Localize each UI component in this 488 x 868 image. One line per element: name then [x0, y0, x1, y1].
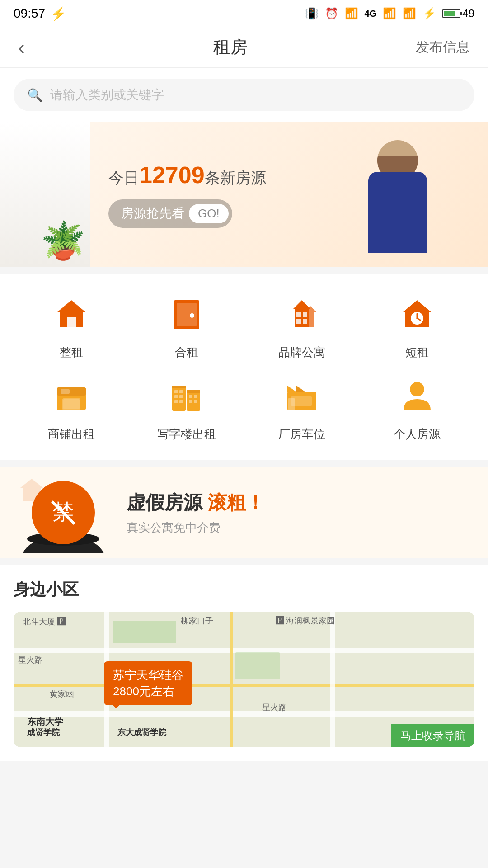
category-office[interactable]: 写字楼出租: [129, 374, 244, 442]
nearby-section: 身边小区 北斗大厦 🅿 星火路 黄家凼 东南大学 成贤学院 东大成贤学院 柳家口…: [0, 565, 488, 761]
svg-rect-22: [187, 390, 200, 411]
map-label-3: 黄家凼: [50, 689, 74, 699]
banner-prefix: 今日: [108, 169, 139, 186]
status-left: 09:57 ⚡: [14, 6, 66, 21]
svg-rect-9: [303, 319, 307, 324]
ban-icon: 禁: [45, 495, 81, 531]
svg-rect-1: [67, 317, 76, 327]
svg-rect-24: [174, 390, 178, 393]
shop-label: 商铺出租: [48, 426, 95, 442]
park-block-2: [235, 652, 280, 679]
anti-fake-title-text: 虚假房源: [127, 492, 202, 513]
zhengzu-label: 整租: [60, 344, 83, 360]
category-shortrent[interactable]: 短租: [359, 292, 474, 360]
status-time: 09:57: [14, 6, 45, 21]
hezu-icon-wrap: [164, 292, 209, 337]
svg-rect-20: [172, 386, 186, 411]
apartment-icon: [284, 297, 320, 333]
category-brand[interactable]: 品牌公寓: [244, 292, 359, 360]
office-icon-wrap: [164, 374, 209, 419]
search-icon: 🔍: [27, 88, 43, 103]
category-hezu[interactable]: 合租: [129, 292, 244, 360]
shortrent-label: 短租: [405, 344, 429, 360]
svg-marker-35: [287, 386, 296, 392]
svg-rect-38: [288, 398, 295, 410]
category-section: 整租 合租: [0, 274, 488, 460]
status-bar: 09:57 ⚡ 📳 ⏰ 📶 4G 📶 📶 ⚡ 49: [0, 0, 488, 27]
map-label-9: 星火路: [262, 702, 286, 713]
anti-fake-subtitle: 真实公寓免中介费: [127, 520, 470, 536]
svg-rect-29: [179, 400, 183, 403]
search-bar-section: 🔍 请输入类别或关键字: [0, 68, 488, 122]
svg-rect-19: [61, 389, 70, 394]
office-label: 写字楼出租: [157, 426, 216, 442]
map-label-7: 柳家口子: [181, 615, 213, 626]
page-title: 租房: [213, 36, 248, 59]
svg-point-4: [190, 313, 194, 318]
svg-rect-26: [174, 395, 178, 398]
anti-fake-icon-area: 禁: [18, 472, 108, 553]
svg-marker-36: [296, 386, 305, 392]
anti-icon-circle: 禁: [32, 481, 95, 544]
back-button[interactable]: ‹: [18, 36, 45, 59]
brand-label: 品牌公寓: [278, 344, 325, 360]
category-zhengzu[interactable]: 整租: [14, 292, 129, 360]
house-icon: [53, 297, 89, 333]
vibrate-icon: 📳: [305, 7, 319, 20]
shop-icon: [53, 378, 89, 415]
location-name: 苏宁天华硅谷: [113, 667, 183, 683]
bottom-space: [0, 761, 488, 779]
svg-rect-27: [179, 395, 183, 398]
banner-go-label: GO!: [189, 204, 229, 223]
location-popup: 苏宁天华硅谷 2800元左右: [104, 661, 192, 705]
search-bar[interactable]: 🔍 请输入类别或关键字: [14, 79, 474, 111]
svg-rect-32: [189, 400, 192, 403]
usb-icon: ⚡: [51, 6, 66, 21]
page-header: ‹ 租房 发布信息: [0, 27, 488, 68]
status-right: 📳 ⏰ 📶 4G 📶 📶 ⚡ 49: [305, 7, 474, 20]
map-bottom-cta[interactable]: 马上收录导航: [391, 724, 474, 747]
battery-indicator: 49: [442, 7, 474, 20]
factory-icon: [284, 378, 320, 415]
map-label-8: 🅿 海润枫景家园: [276, 615, 335, 626]
park-block-1: [113, 621, 176, 643]
wifi-icon: 📶: [345, 7, 358, 20]
banner-section: 🪴 今日12709条新房源 房源抢先看 GO!: [0, 122, 488, 267]
map-label-4: 东南大学: [27, 716, 63, 728]
office-icon: [169, 378, 205, 415]
anti-fake-highlight: 滚粗！: [208, 492, 265, 513]
signal-4g-icon: 4G: [365, 9, 377, 19]
house-clock-icon: [399, 297, 435, 333]
anti-fake-title: 虚假房源 滚粗！: [127, 490, 470, 515]
category-factory[interactable]: 厂房车位: [244, 374, 359, 442]
svg-rect-33: [194, 400, 197, 403]
banner-cta-button[interactable]: 房源抢先看 GO!: [108, 199, 232, 228]
svg-rect-6: [296, 312, 301, 317]
shop-icon-wrap: [49, 374, 94, 419]
banner-count: 12709: [139, 162, 205, 188]
map-card[interactable]: 北斗大厦 🅿 星火路 黄家凼 东南大学 成贤学院 东大成贤学院 柳家口子 🅿 海…: [14, 612, 474, 747]
map-label-5: 成贤学院: [27, 727, 60, 738]
alarm-icon: ⏰: [325, 7, 338, 20]
svg-rect-25: [179, 390, 183, 393]
search-placeholder: 请输入类别或关键字: [50, 86, 164, 104]
factory-icon-wrap: [279, 374, 324, 419]
location-price: 2800元左右: [113, 683, 183, 699]
lightning-icon: ⚡: [422, 7, 436, 20]
zhengzu-icon-wrap: [49, 292, 94, 337]
category-shop[interactable]: 商铺出租: [14, 374, 129, 442]
category-personal[interactable]: 个人房源: [359, 374, 474, 442]
personal-label: 个人房源: [394, 426, 441, 442]
publish-button[interactable]: 发布信息: [416, 38, 470, 57]
nearby-title: 身边小区: [14, 579, 474, 601]
map-label-2: 星火路: [18, 655, 42, 665]
banner-suffix: 条新房源: [205, 169, 266, 186]
person-icon: [399, 378, 435, 415]
svg-rect-23: [187, 390, 200, 393]
anti-fake-banner[interactable]: 禁 虚假房源 滚粗！ 真实公寓免中介费: [0, 467, 488, 558]
svg-rect-8: [296, 319, 301, 324]
svg-rect-28: [174, 400, 178, 403]
svg-point-39: [410, 382, 424, 396]
map-label-1: 北斗大厦 🅿: [23, 616, 66, 627]
map-background: 北斗大厦 🅿 星火路 黄家凼 东南大学 成贤学院 东大成贤学院 柳家口子 🅿 海…: [14, 612, 474, 747]
